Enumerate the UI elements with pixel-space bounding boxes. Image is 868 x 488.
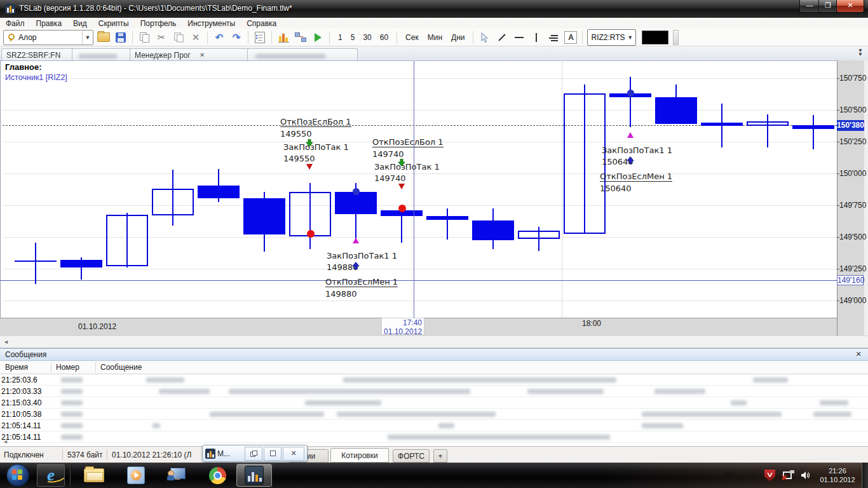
toolbar-overflow-icon[interactable]: ▼▼ <box>858 49 863 57</box>
bottom-tab-ФОРТС[interactable]: ФОРТС <box>393 449 430 463</box>
message-row[interactable]: 21:05:14.11 <box>0 420 868 431</box>
account-selector[interactable]: Алор ▼ <box>3 30 93 45</box>
window-cascade-button[interactable] <box>245 447 262 461</box>
color-swatch[interactable] <box>642 30 668 44</box>
time-axis[interactable] <box>0 318 837 336</box>
language-indicator[interactable]: RU <box>725 463 736 488</box>
bottom-tab-+[interactable]: + <box>433 449 447 463</box>
toolbar-grip[interactable] <box>673 30 679 45</box>
menu-item-Файл[interactable]: Файл <box>0 18 31 29</box>
messages-column-header[interactable]: Время Номер Сообщение <box>0 361 868 374</box>
script-properties-button[interactable] <box>253 30 267 44</box>
start-button[interactable] <box>4 464 32 487</box>
chart-panel[interactable] <box>0 60 868 348</box>
taskbar-remote-desktop[interactable] <box>163 464 191 487</box>
paste-button[interactable] <box>172 30 186 44</box>
unit-button-Мин[interactable]: Мин <box>426 33 444 42</box>
unit-button-Сек[interactable]: Сек <box>403 33 421 42</box>
title-bar[interactable]: TSLab (версия 1.1.28.0:64bit) - C:\Users… <box>0 0 868 18</box>
doc-tab-manager[interactable]: Менеджер Прог ✕ <box>130 48 255 61</box>
doc-tab-2[interactable] <box>72 48 138 61</box>
price-axis[interactable] <box>837 60 864 336</box>
message-row[interactable]: 21:25:03.6 <box>0 374 868 386</box>
minimize-button[interactable]: — <box>799 0 820 13</box>
message-row[interactable]: 21:05:14.11 <box>0 431 868 443</box>
trendline-tool-button[interactable] <box>495 30 509 44</box>
diagram-button[interactable] <box>294 30 308 44</box>
taskbar-tslab[interactable] <box>236 464 272 487</box>
column-message[interactable]: Сообщение <box>100 363 142 372</box>
interval-buttons: 153060 <box>334 33 392 42</box>
tray-expand-button[interactable]: ▲ <box>750 463 755 488</box>
tray-antivirus[interactable] <box>764 463 775 488</box>
redacted-message <box>753 377 788 383</box>
undo-button[interactable]: ↶ <box>212 30 226 44</box>
messages-rows: 21:25:03.621:20:03.3321:15:03.4021:10:05… <box>0 374 868 446</box>
message-row[interactable]: 21:20:03.33 <box>0 386 868 397</box>
close-icon[interactable]: ✕ <box>200 51 205 58</box>
delete-button[interactable]: ✕ <box>189 30 203 44</box>
messages-header[interactable]: Сообщения ✕ <box>0 348 868 361</box>
chart-button[interactable] <box>276 30 290 44</box>
taskbar-media-player[interactable] <box>122 464 150 487</box>
vline-tool-button[interactable] <box>529 30 543 44</box>
window-thumbnail-toolbar[interactable]: М... ✕ <box>202 445 308 462</box>
hline-tool-button[interactable] <box>512 30 526 44</box>
close-button[interactable]: ✕ <box>836 0 864 13</box>
show-desktop-button[interactable] <box>862 463 868 488</box>
redo-button[interactable]: ↷ <box>229 30 243 44</box>
column-time[interactable]: Время <box>5 363 28 372</box>
message-time: 21:20:03.33 <box>1 387 41 396</box>
play-icon <box>315 33 322 42</box>
redacted-message <box>210 412 324 417</box>
save-button[interactable] <box>114 30 128 44</box>
menu-item-Справка[interactable]: Справка <box>241 18 282 29</box>
network-error-x-icon: ✕ <box>781 473 787 482</box>
menu-item-Вид[interactable]: Вид <box>67 18 93 29</box>
menu-item-Портфель[interactable]: Портфель <box>135 18 182 29</box>
levels-tool-button[interactable] <box>546 30 560 44</box>
unit-button-Дни[interactable]: Дни <box>449 33 466 42</box>
doc-tab-4[interactable] <box>247 48 358 61</box>
tray-network[interactable]: ✕ <box>783 463 794 488</box>
tray-clock[interactable]: 21:26 01.10.2012 <box>815 463 860 488</box>
window-restore-button[interactable] <box>264 447 281 461</box>
taskbar-explorer[interactable] <box>80 464 108 487</box>
menu-item-Скрипты[interactable]: Скрипты <box>93 18 135 29</box>
tslab-mini-icon <box>205 449 215 459</box>
tray-volume[interactable] <box>801 463 811 488</box>
pointer-tool-button[interactable] <box>478 30 492 44</box>
message-row[interactable]: 21:10:05.38 <box>0 409 868 420</box>
scroll-left-icon[interactable]: ◄ <box>3 438 8 445</box>
clock-time: 21:26 <box>820 466 855 475</box>
close-icon[interactable]: ✕ <box>854 350 863 359</box>
menu-item-Инструменты[interactable]: Инструменты <box>182 18 241 29</box>
instrument-selector[interactable]: RIZ2:RTS ▼ <box>587 29 635 46</box>
chevron-down-icon[interactable]: ▼ <box>82 31 93 44</box>
window-close-button[interactable]: ✕ <box>283 447 304 461</box>
redacted-number <box>61 412 83 417</box>
redacted-message <box>642 423 683 428</box>
chevron-down-icon[interactable]: ▼ <box>625 31 635 44</box>
internet-explorer-icon: e <box>47 466 55 485</box>
text-tool-button[interactable]: A <box>564 30 578 44</box>
interval-button-30[interactable]: 30 <box>361 33 373 42</box>
interval-button-60[interactable]: 60 <box>378 33 390 42</box>
bottom-tab-Котировки[interactable]: Котировки <box>330 448 389 463</box>
menu-item-Правка[interactable]: Правка <box>31 18 68 29</box>
chart-horizontal-scrollbar[interactable]: ◄ <box>0 336 868 348</box>
app-icon <box>5 4 15 14</box>
restore-button[interactable]: ❐ <box>818 0 837 13</box>
open-button[interactable] <box>97 30 111 44</box>
interval-button-1[interactable]: 1 <box>336 33 344 42</box>
taskbar-internet-explorer[interactable]: e <box>37 464 65 487</box>
scroll-left-icon[interactable]: ◄ <box>3 339 9 345</box>
column-number[interactable]: Номер <box>56 363 79 372</box>
taskbar-chrome[interactable] <box>203 464 231 487</box>
doc-tab-instrument[interactable]: SRZ2:SBRF:FN <box>1 48 80 61</box>
run-button[interactable] <box>311 30 325 44</box>
interval-button-5[interactable]: 5 <box>349 33 357 42</box>
cut-button[interactable]: ✂ <box>154 30 168 44</box>
message-row[interactable]: 21:15:03.40 <box>0 397 868 409</box>
copy-button[interactable] <box>137 30 151 44</box>
